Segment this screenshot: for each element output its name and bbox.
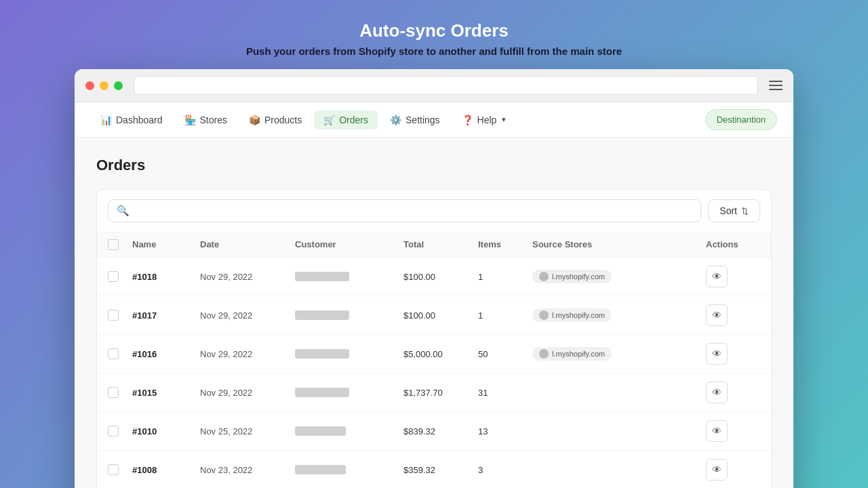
destination-button[interactable]: Destinantion [705, 109, 777, 130]
sort-button[interactable]: Sort ⇅ [708, 199, 760, 222]
row-customer-3 [295, 388, 403, 398]
col-date: Date [200, 239, 295, 250]
row-items-0: 1 [478, 272, 532, 282]
chevron-down-icon: ▾ [502, 115, 506, 124]
row-id-4: #1010 [132, 426, 200, 436]
row-date-4: Nov 25, 2022 [200, 426, 295, 436]
row-total-4: $839.32 [403, 426, 478, 436]
sidebar-item-products[interactable]: 📦 Products [239, 110, 311, 129]
close-button[interactable] [85, 81, 94, 90]
row-action-4[interactable]: 👁 [706, 420, 760, 442]
search-input-wrapper: 🔍 [108, 199, 701, 222]
maximize-button[interactable] [114, 81, 123, 90]
view-button-5[interactable]: 👁 [706, 459, 728, 481]
row-action-5[interactable]: 👁 [706, 459, 760, 481]
col-actions: Actions [706, 239, 760, 250]
app-window: 📊 Dashboard 🏪 Stores 📦 Products 🛒 Orders… [75, 69, 793, 488]
table-row: #1016 Nov 29, 2022 $5,000.00 50 l.myshop… [97, 335, 771, 373]
view-button-1[interactable]: 👁 [706, 304, 728, 326]
select-all-checkbox[interactable] [108, 239, 119, 250]
row-action-1[interactable]: 👁 [706, 304, 760, 326]
stores-icon: 🏪 [184, 115, 196, 125]
dashboard-icon: 📊 [100, 115, 112, 125]
row-date-2: Nov 29, 2022 [200, 349, 295, 359]
row-checkbox-5[interactable] [108, 464, 132, 475]
row-store-2: l.myshopify.com [532, 347, 706, 361]
row-items-3: 31 [478, 388, 532, 398]
nav-links: 📊 Dashboard 🏪 Stores 📦 Products 🛒 Orders… [91, 110, 515, 129]
orders-container: 🔍 Sort ⇅ Name Date Customer Total Items … [96, 189, 772, 488]
row-items-2: 50 [478, 349, 532, 359]
table-body: #1018 Nov 29, 2022 $100.00 1 l.myshopify… [97, 258, 771, 488]
navbar: 📊 Dashboard 🏪 Stores 📦 Products 🛒 Orders… [75, 102, 793, 138]
window-controls [85, 81, 123, 90]
url-bar[interactable] [134, 76, 758, 95]
store-avatar-icon [539, 349, 549, 359]
table-row: #1017 Nov 29, 2022 $100.00 1 l.myshopify… [97, 296, 771, 335]
row-action-2[interactable]: 👁 [706, 343, 760, 365]
page-subtitle: Push your orders from Shopify store to a… [246, 45, 622, 57]
table-row: #1008 Nov 23, 2022 $359.32 3 👁 [97, 451, 771, 488]
row-checkbox-1[interactable] [108, 310, 132, 321]
main-content: Orders 🔍 Sort ⇅ Name Date C [75, 138, 793, 488]
sidebar-item-settings[interactable]: ⚙️ Settings [380, 110, 450, 129]
col-items: Items [478, 239, 532, 250]
row-id-2: #1016 [132, 349, 200, 359]
row-customer-4 [295, 426, 403, 436]
row-action-0[interactable]: 👁 [706, 266, 760, 287]
help-icon: ❓ [462, 115, 473, 125]
row-items-4: 13 [478, 426, 532, 436]
row-id-5: #1008 [132, 465, 200, 475]
checkbox-header [108, 239, 132, 250]
row-total-1: $100.00 [403, 310, 478, 321]
products-icon: 📦 [249, 115, 260, 125]
row-checkbox-0[interactable] [108, 271, 132, 282]
store-avatar-icon [539, 272, 549, 281]
table-row: #1010 Nov 25, 2022 $839.32 13 👁 [97, 412, 771, 451]
view-button-0[interactable]: 👁 [706, 266, 728, 287]
col-total: Total [403, 239, 478, 250]
row-items-5: 3 [478, 465, 532, 475]
sidebar-item-dashboard[interactable]: 📊 Dashboard [91, 110, 172, 129]
col-source-stores: Source Stores [532, 239, 706, 250]
row-customer-0 [295, 272, 403, 282]
sidebar-item-help[interactable]: ❓ Help ▾ [452, 110, 516, 129]
search-input[interactable] [135, 205, 692, 216]
page-title: Auto-sync Orders [246, 20, 622, 41]
title-bar [75, 69, 793, 102]
row-date-3: Nov 29, 2022 [200, 388, 295, 398]
row-id-3: #1015 [132, 388, 200, 398]
table-row: #1018 Nov 29, 2022 $100.00 1 l.myshopify… [97, 258, 771, 296]
row-total-2: $5,000.00 [403, 349, 478, 359]
row-customer-2 [295, 349, 403, 359]
minimize-button[interactable] [100, 81, 108, 90]
view-button-2[interactable]: 👁 [706, 343, 728, 365]
row-total-3: $1,737.70 [403, 388, 478, 398]
row-id-1: #1017 [132, 310, 200, 321]
orders-section-title: Orders [96, 157, 772, 174]
sidebar-item-stores[interactable]: 🏪 Stores [175, 110, 237, 129]
menu-icon[interactable] [769, 81, 783, 90]
row-store-0: l.myshopify.com [532, 270, 706, 283]
row-customer-1 [295, 310, 403, 321]
row-customer-5 [295, 465, 403, 475]
search-icon: 🔍 [117, 205, 130, 217]
row-store-1: l.myshopify.com [532, 308, 706, 322]
row-checkbox-4[interactable] [108, 426, 132, 436]
row-date-5: Nov 23, 2022 [200, 465, 295, 475]
row-checkbox-3[interactable] [108, 387, 132, 398]
view-button-3[interactable]: 👁 [706, 382, 728, 403]
store-avatar-icon [539, 310, 549, 320]
col-name: Name [132, 239, 200, 250]
settings-icon: ⚙️ [390, 115, 401, 125]
sidebar-item-orders[interactable]: 🛒 Orders [314, 110, 378, 129]
row-checkbox-2[interactable] [108, 348, 132, 359]
view-button-4[interactable]: 👁 [706, 420, 728, 442]
row-items-1: 1 [478, 310, 532, 321]
sort-icon: ⇅ [741, 206, 749, 216]
row-action-3[interactable]: 👁 [706, 382, 760, 403]
orders-icon: 🛒 [323, 115, 335, 125]
row-date-1: Nov 29, 2022 [200, 310, 295, 321]
table-row: #1015 Nov 29, 2022 $1,737.70 31 👁 [97, 373, 771, 412]
row-id-0: #1018 [132, 272, 200, 282]
